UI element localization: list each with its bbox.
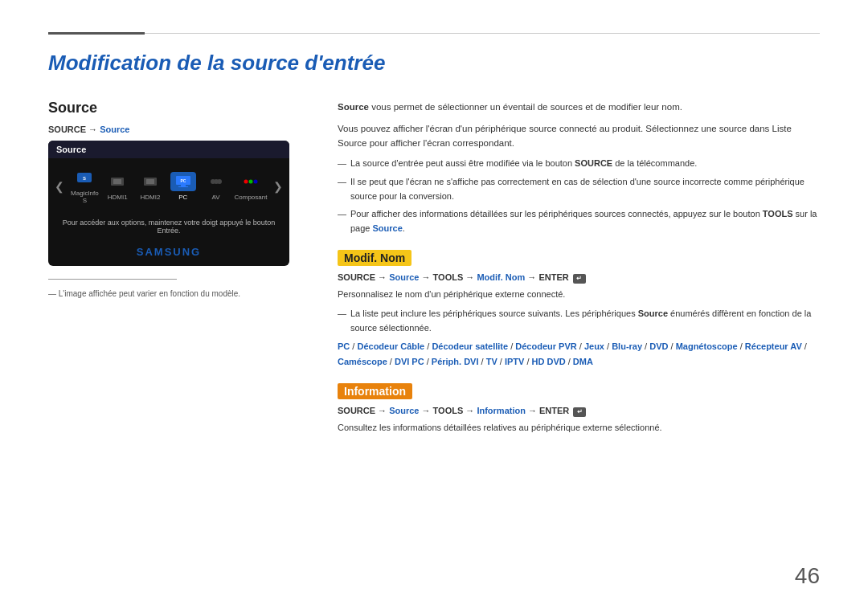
bullet-1: La source d'entrée peut aussi être modif… <box>338 157 820 171</box>
modif-nom-nav: SOURCE → Source → TOOLS → Modif. Nom → E… <box>338 272 820 284</box>
device-bluray: Blu-ray <box>612 341 642 351</box>
device-camescope: Caméscope <box>338 357 387 366</box>
hdmi1-icon <box>104 172 130 191</box>
left-column: Source SOURCE → Source Source ❮ <box>48 100 305 581</box>
composant-icon <box>238 172 264 191</box>
tv-caption: Pour accéder aux options, maintenez votr… <box>48 214 289 241</box>
left-divider <box>48 279 177 280</box>
tv-icons-row: ❮ S MagicInfo S <box>48 158 289 214</box>
svg-point-12 <box>214 179 219 184</box>
device-jeux: Jeux <box>584 341 604 351</box>
av-icon <box>203 172 229 191</box>
tools-bold: TOOLS <box>763 209 793 219</box>
device-decodeur-pvr: Décodeur PVR <box>515 341 576 351</box>
information-title: Information <box>338 383 412 399</box>
tv-icon-av: AV <box>200 169 231 204</box>
pc-icon: PC <box>170 172 196 191</box>
svg-point-15 <box>253 179 257 183</box>
source-nav-link: Source <box>100 125 129 134</box>
info-nav-enter: → ENTER <box>526 406 571 415</box>
device-recepteur-av: Récepteur AV <box>745 341 802 351</box>
device-iptv: IPTV <box>505 357 524 366</box>
left-footnote: L'image affichée peut varier en fonction… <box>48 289 305 298</box>
tv-icon-magicinfo: S MagicInfo S <box>69 165 100 207</box>
device-decodeur-cable: Décodeur Câble <box>357 341 424 351</box>
tv-icon-pc: PC PC <box>167 169 199 204</box>
source-bold-1: SOURCE <box>575 158 612 168</box>
tv-header: Source <box>48 141 289 158</box>
source-blue-link: Source <box>373 223 403 233</box>
enter-icon-2: ↵ <box>573 407 586 417</box>
modif-nom-title: Modif. Nom <box>338 250 411 266</box>
info-nav-source: SOURCE → <box>338 406 389 415</box>
nav-modif-link: Modif. Nom <box>477 272 525 282</box>
modif-nom-bullet: La liste peut inclure les périphériques … <box>338 307 820 335</box>
source-nav-label: SOURCE → <box>48 125 100 134</box>
tv-icon-label-composant: Composant <box>235 194 268 201</box>
bullet-3: Pour afficher des informations détaillée… <box>338 207 820 235</box>
tv-icon-label-hdmi2: HDMI2 <box>141 194 161 201</box>
page-title: Modification de la source d'entrée <box>48 51 820 76</box>
svg-text:PC: PC <box>180 178 186 183</box>
svg-rect-3 <box>113 179 121 184</box>
nav-enter: → ENTER <box>525 272 571 282</box>
left-arrow-icon: ❮ <box>51 180 68 193</box>
nav-source-link: Source <box>389 272 419 282</box>
top-decorative-lines <box>48 32 820 35</box>
information-section: Information SOURCE → Source → TOOLS → In… <box>338 383 820 435</box>
tv-icon-label-av: AV <box>212 194 220 201</box>
device-tv: TV <box>486 357 497 366</box>
intro-text-1: vous permet de sélectionner un éventail … <box>369 102 682 112</box>
tv-source-label: Source <box>56 145 86 154</box>
source-bold: Source <box>338 102 369 112</box>
information-nav: SOURCE → Source → TOOLS → Information → … <box>338 406 820 417</box>
right-column: Source vous permet de sélectionner un év… <box>338 100 820 581</box>
device-dvd: DVD <box>649 341 668 351</box>
tv-mockup: Source ❮ S MagicInfo S <box>48 141 289 266</box>
samsung-logo: SAMSUNG <box>48 241 289 266</box>
source-nav: SOURCE → Source <box>48 125 305 134</box>
svg-text:S: S <box>83 176 86 181</box>
right-intro-2: Vous pouvez afficher l'écran d'un périph… <box>338 121 820 151</box>
svg-rect-7 <box>181 185 186 186</box>
right-arrow-icon: ❯ <box>270 180 286 193</box>
devices-list: PC / Décodeur Câble / Décodeur satellite… <box>338 339 820 369</box>
device-hd-dvd: HD DVD <box>532 357 566 366</box>
magicinfo-icon: S <box>72 168 97 187</box>
tv-icon-label-hdmi1: HDMI1 <box>108 194 128 201</box>
device-dma: DMA <box>573 357 593 366</box>
section-heading-source: Source <box>48 100 305 116</box>
device-pc: PC <box>338 341 350 351</box>
info-nav-info-link: Information <box>477 406 526 415</box>
hdmi2-icon <box>137 172 163 191</box>
device-decodeur-sat: Décodeur satellite <box>432 341 508 351</box>
modif-nom-desc: Personnalisez le nom d'un périphérique e… <box>338 288 820 302</box>
tv-icon-label-pc: PC <box>178 194 187 201</box>
tv-icon-hdmi2: HDMI2 <box>135 169 166 204</box>
right-intro-1: Source vous permet de sélectionner un év… <box>338 100 820 114</box>
svg-point-13 <box>244 179 248 183</box>
tv-icon-hdmi1: HDMI1 <box>102 169 133 204</box>
page-container: Modification de la source d'entrée Sourc… <box>0 0 868 613</box>
modif-nom-section: Modif. Nom SOURCE → Source → TOOLS → Mod… <box>338 250 820 369</box>
device-magnetoscope: Magnétoscope <box>676 341 738 351</box>
svg-rect-8 <box>178 186 188 187</box>
enter-icon-1: ↵ <box>573 274 586 284</box>
device-dvi-pc: DVI PC <box>395 357 424 366</box>
top-line-light <box>145 33 820 34</box>
page-number: 46 <box>795 563 820 589</box>
tv-icon-composant: Composant <box>233 169 268 204</box>
nav-source-bold: SOURCE → <box>338 272 389 282</box>
bullet-2: Il se peut que l'écran ne s'affiche pas … <box>338 175 820 203</box>
main-content: Source SOURCE → Source Source ❮ <box>48 100 820 581</box>
source-bold-modif: Source <box>638 309 668 318</box>
information-desc: Consultez les informations détaillées re… <box>338 421 820 435</box>
top-line-dark <box>48 32 145 35</box>
tv-icon-label-magicinfo: MagicInfo S <box>71 190 99 204</box>
svg-point-14 <box>248 179 252 183</box>
svg-rect-5 <box>146 179 154 184</box>
info-nav-source-link: Source <box>389 406 419 415</box>
nav-tools: → TOOLS → <box>419 272 477 282</box>
info-nav-tools: → TOOLS → <box>419 406 477 415</box>
device-periph-dvi: Périph. DVI <box>432 357 479 366</box>
